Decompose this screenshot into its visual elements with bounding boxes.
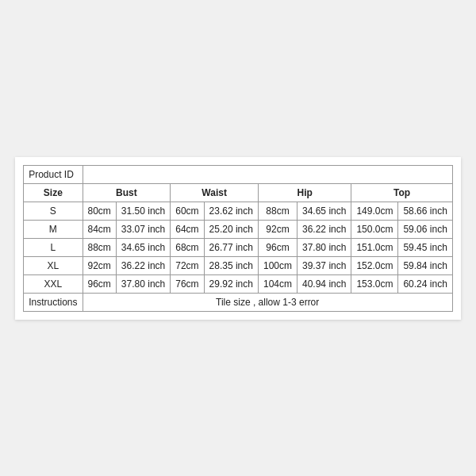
top-cm-cell: 151.0cm bbox=[351, 238, 398, 256]
size-cell: S bbox=[24, 202, 83, 220]
product-id-row: Product ID bbox=[24, 165, 453, 183]
top-header: Top bbox=[351, 183, 452, 202]
waist-cm-cell: 76cm bbox=[171, 274, 204, 293]
bust-inch-cell: 34.65 inch bbox=[116, 238, 170, 256]
top-inch-cell: 58.66 inch bbox=[398, 202, 452, 220]
size-chart-wrapper: Product ID Size Bust Waist Hip Top S 80c… bbox=[15, 157, 461, 320]
hip-inch-cell: 34.65 inch bbox=[298, 202, 351, 220]
hip-cm-cell: 92cm bbox=[258, 220, 297, 238]
size-header: Size bbox=[24, 183, 83, 202]
waist-cm-cell: 72cm bbox=[171, 256, 204, 274]
top-inch-cell: 59.06 inch bbox=[398, 220, 452, 238]
bust-cm-cell: 84cm bbox=[83, 220, 116, 238]
product-id-label: Product ID bbox=[24, 165, 83, 183]
top-cm-cell: 150.0cm bbox=[351, 220, 398, 238]
table-row: L 88cm 34.65 inch 68cm 26.77 inch 96cm 3… bbox=[24, 238, 453, 256]
instructions-text: Tile size , allow 1-3 error bbox=[83, 293, 452, 311]
waist-inch-cell: 28.35 inch bbox=[204, 256, 258, 274]
top-inch-cell: 59.45 inch bbox=[398, 238, 452, 256]
waist-inch-cell: 23.62 inch bbox=[204, 202, 258, 220]
waist-cm-cell: 68cm bbox=[171, 238, 204, 256]
waist-cm-cell: 64cm bbox=[171, 220, 204, 238]
waist-inch-cell: 25.20 inch bbox=[204, 220, 258, 238]
hip-inch-cell: 36.22 inch bbox=[298, 220, 351, 238]
bust-cm-cell: 92cm bbox=[83, 256, 116, 274]
top-cm-cell: 153.0cm bbox=[351, 274, 398, 293]
bust-cm-cell: 88cm bbox=[83, 238, 116, 256]
hip-inch-cell: 39.37 inch bbox=[298, 256, 351, 274]
header-row: Size Bust Waist Hip Top bbox=[24, 183, 453, 202]
hip-inch-cell: 37.80 inch bbox=[298, 238, 351, 256]
hip-cm-cell: 104cm bbox=[258, 274, 297, 293]
top-cm-cell: 152.0cm bbox=[351, 256, 398, 274]
bust-cm-cell: 80cm bbox=[83, 202, 116, 220]
hip-header: Hip bbox=[258, 183, 351, 202]
instructions-label: Instructions bbox=[24, 293, 83, 311]
bust-inch-cell: 31.50 inch bbox=[116, 202, 170, 220]
size-cell: XL bbox=[24, 256, 83, 274]
size-cell: L bbox=[24, 238, 83, 256]
table-row: XXL 96cm 37.80 inch 76cm 29.92 inch 104c… bbox=[24, 274, 453, 293]
size-cell: M bbox=[24, 220, 83, 238]
waist-header: Waist bbox=[171, 183, 259, 202]
waist-inch-cell: 29.92 inch bbox=[204, 274, 258, 293]
hip-cm-cell: 96cm bbox=[258, 238, 297, 256]
instructions-row: Instructions Tile size , allow 1-3 error bbox=[24, 293, 453, 311]
bust-header: Bust bbox=[83, 183, 171, 202]
top-inch-cell: 60.24 inch bbox=[398, 274, 452, 293]
waist-cm-cell: 60cm bbox=[171, 202, 204, 220]
size-cell: XXL bbox=[24, 274, 83, 293]
top-cm-cell: 149.0cm bbox=[351, 202, 398, 220]
bust-inch-cell: 36.22 inch bbox=[116, 256, 170, 274]
table-row: M 84cm 33.07 inch 64cm 25.20 inch 92cm 3… bbox=[24, 220, 453, 238]
hip-cm-cell: 88cm bbox=[258, 202, 297, 220]
waist-inch-cell: 26.77 inch bbox=[204, 238, 258, 256]
bust-inch-cell: 37.80 inch bbox=[116, 274, 170, 293]
table-row: S 80cm 31.50 inch 60cm 23.62 inch 88cm 3… bbox=[24, 202, 453, 220]
bust-inch-cell: 33.07 inch bbox=[116, 220, 170, 238]
hip-inch-cell: 40.94 inch bbox=[298, 274, 351, 293]
bust-cm-cell: 96cm bbox=[83, 274, 116, 293]
hip-cm-cell: 100cm bbox=[258, 256, 297, 274]
product-id-value bbox=[83, 165, 452, 183]
table-row: XL 92cm 36.22 inch 72cm 28.35 inch 100cm… bbox=[24, 256, 453, 274]
size-chart-table: Product ID Size Bust Waist Hip Top S 80c… bbox=[23, 165, 453, 312]
top-inch-cell: 59.84 inch bbox=[398, 256, 452, 274]
